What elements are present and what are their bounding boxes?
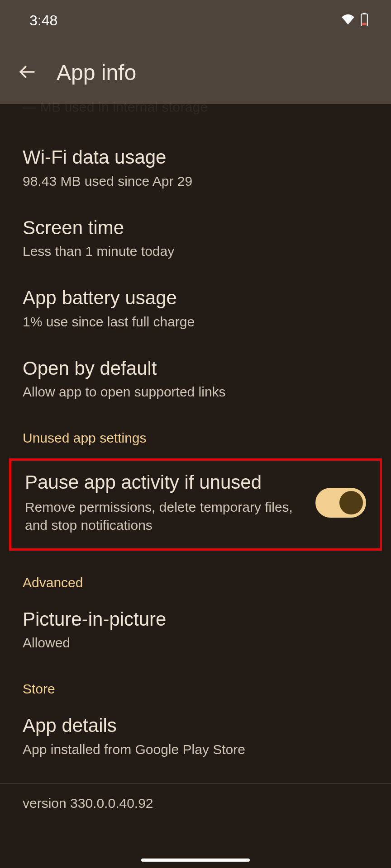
toggle-thumb	[339, 491, 363, 514]
battery-low-icon	[360, 13, 368, 28]
section-store: Store	[0, 665, 391, 701]
screen-time-title: Screen time	[23, 216, 368, 240]
gesture-nav-indicator[interactable]	[141, 859, 250, 862]
app-details-sub: App installed from Google Play Store	[23, 741, 368, 758]
version-text: version 330.0.0.40.92	[23, 796, 368, 811]
back-button[interactable]	[18, 63, 36, 82]
picture-in-picture-title: Picture-in-picture	[23, 608, 368, 632]
status-bar: 3:48	[0, 0, 391, 41]
battery-usage-sub: 1% use since last full charge	[23, 313, 368, 330]
pause-app-activity-toggle[interactable]	[315, 488, 366, 518]
wifi-data-usage-row[interactable]: Wi-Fi data usage 98.43 MB used since Apr…	[0, 133, 391, 203]
open-by-default-sub: Allow app to open supported links	[23, 383, 368, 401]
section-header-label: Unused app settings	[23, 430, 368, 446]
pause-app-activity-sub: Remove permissions, delete temporary fil…	[25, 498, 302, 535]
screen-time-sub: Less than 1 minute today	[23, 242, 368, 260]
status-time: 3:48	[29, 12, 57, 29]
open-by-default-title: Open by default	[23, 357, 368, 381]
wifi-data-usage-sub: 98.43 MB used since Apr 29	[23, 172, 368, 190]
arrow-left-icon	[18, 63, 36, 82]
version-row: version 330.0.0.40.92	[0, 784, 391, 823]
app-details-row[interactable]: App details App installed from Google Pl…	[0, 701, 391, 772]
open-by-default-row[interactable]: Open by default Allow app to open suppor…	[0, 344, 391, 415]
status-icons	[341, 13, 368, 28]
storage-row-cutoff: — MB used in internal storage	[0, 99, 391, 128]
section-header-label: Store	[23, 681, 368, 697]
picture-in-picture-sub: Allowed	[23, 634, 368, 651]
app-bar: App info	[0, 41, 391, 104]
app-details-title: App details	[23, 714, 368, 738]
settings-list: — MB used in internal storage Wi-Fi data…	[0, 104, 391, 823]
pause-app-activity-row[interactable]: Pause app activity if unused Remove perm…	[9, 458, 382, 551]
battery-usage-title: App battery usage	[23, 286, 368, 310]
storage-sub-cutoff: — MB used in internal storage	[23, 99, 368, 115]
section-advanced: Advanced	[0, 559, 391, 595]
screen-time-row[interactable]: Screen time Less than 1 minute today	[0, 203, 391, 274]
svg-rect-2	[362, 23, 367, 25]
battery-usage-row[interactable]: App battery usage 1% use since last full…	[0, 274, 391, 344]
pause-app-activity-text: Pause app activity if unused Remove perm…	[25, 471, 302, 535]
section-unused-app-settings: Unused app settings	[0, 414, 391, 450]
wifi-icon	[341, 14, 355, 27]
pause-app-activity-title: Pause app activity if unused	[25, 471, 302, 495]
wifi-data-usage-title: Wi-Fi data usage	[23, 146, 368, 170]
section-header-label: Advanced	[23, 575, 368, 590]
page-title: App info	[57, 60, 136, 85]
picture-in-picture-row[interactable]: Picture-in-picture Allowed	[0, 595, 391, 665]
